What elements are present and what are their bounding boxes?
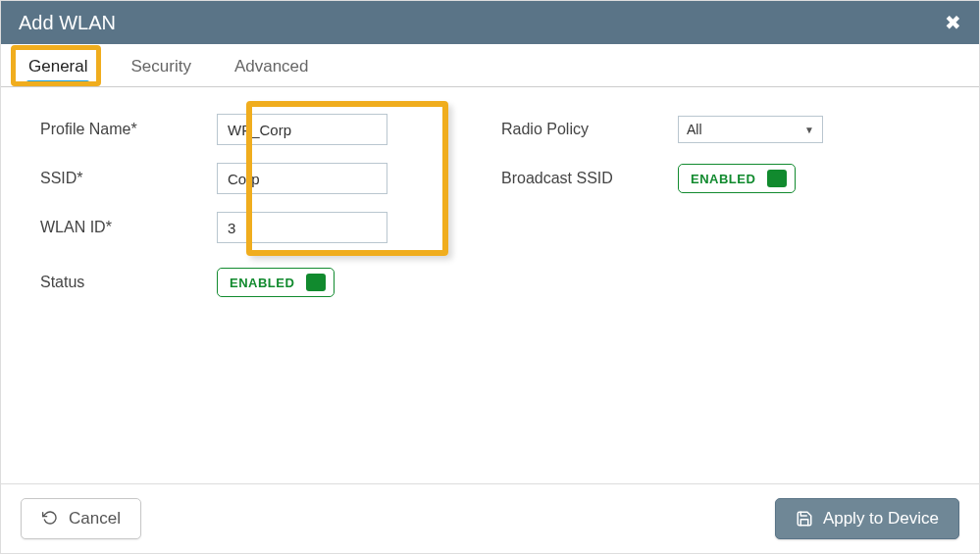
status-toggle[interactable]: ENABLED [217,268,335,297]
tab-general-label: General [28,57,87,76]
label-status: Status [40,274,217,291]
tab-advanced[interactable]: Advanced [217,49,327,86]
chevron-down-icon: ▼ [804,125,814,135]
add-wlan-modal: Add WLAN ✖ General Security Advanced Pro… [0,0,980,554]
row-profile-name: Profile Name* [40,105,413,154]
undo-icon [41,510,59,528]
tab-general[interactable]: General [11,49,105,86]
cancel-button[interactable]: Cancel [21,498,141,539]
label-broadcast-ssid: Broadcast SSID [501,170,678,187]
row-status: Status ENABLED [40,258,413,307]
tab-security-label: Security [130,57,190,76]
form-area: Profile Name* SSID* WLAN ID* Status ENAB… [1,87,979,483]
radio-policy-select[interactable]: All ▼ [678,116,823,143]
radio-policy-value: All [687,122,702,137]
tab-security[interactable]: Security [113,49,208,86]
wlan-id-input[interactable] [217,212,387,243]
tab-advanced-label: Advanced [234,57,309,76]
row-broadcast-ssid: Broadcast SSID ENABLED [501,154,913,203]
tab-bar: General Security Advanced [1,44,979,87]
broadcast-ssid-toggle-label: ENABLED [691,172,755,186]
row-radio-policy: Radio Policy All ▼ [501,105,913,154]
label-profile-name: Profile Name* [40,121,217,138]
apply-to-device-button[interactable]: Apply to Device [775,498,959,539]
ssid-input[interactable] [217,163,387,194]
modal-title: Add WLAN [19,12,116,34]
label-radio-policy: Radio Policy [501,121,678,138]
row-wlan-id: WLAN ID* [40,203,413,252]
left-column: Profile Name* SSID* WLAN ID* Status ENAB… [40,105,413,307]
apply-button-label: Apply to Device [823,509,939,529]
status-toggle-label: ENABLED [230,276,294,290]
profile-name-input[interactable] [217,114,387,145]
broadcast-ssid-toggle[interactable]: ENABLED [678,164,796,193]
right-column: Radio Policy All ▼ Broadcast SSID ENABLE… [501,105,913,203]
broadcast-ssid-toggle-knob [767,170,787,187]
modal-footer: Cancel Apply to Device [1,483,979,553]
label-ssid: SSID* [40,170,217,187]
close-icon[interactable]: ✖ [945,11,961,34]
cancel-button-label: Cancel [69,509,121,529]
modal-header: Add WLAN ✖ [1,1,979,44]
save-icon [796,510,813,528]
row-ssid: SSID* [40,154,413,203]
status-toggle-knob [306,274,326,291]
label-wlan-id: WLAN ID* [40,219,217,236]
